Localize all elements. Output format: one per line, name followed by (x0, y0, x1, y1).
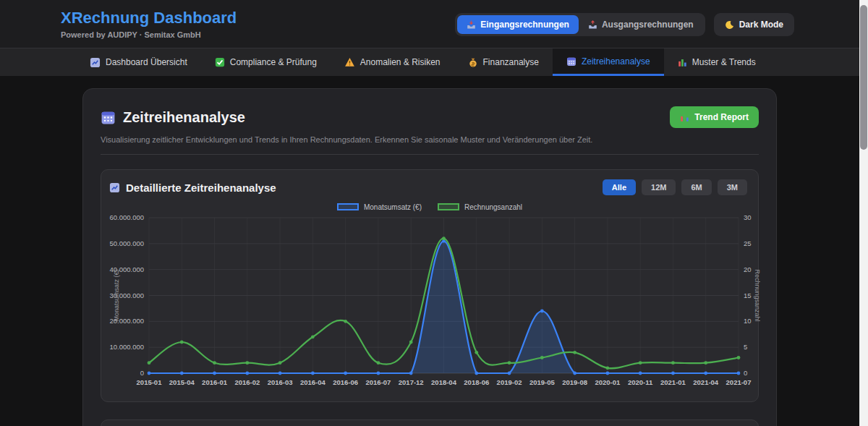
warning-icon (344, 57, 355, 67)
svg-text:60.000.000: 60.000.000 (109, 214, 144, 221)
header-actions: Eingangsrechnungen Ausgangsrechnungen Da… (455, 13, 794, 36)
svg-text:2018-06: 2018-06 (464, 378, 489, 386)
tab-finanzanalyse[interactable]: Finanzanalyse (454, 48, 553, 76)
svg-text:50.000.000: 50.000.000 (109, 239, 144, 247)
divider (101, 154, 759, 155)
app-header: XRechnung Dashboard Powered by AUDIPY · … (0, 0, 859, 48)
svg-text:2019-08: 2019-08 (562, 378, 587, 386)
tab-label: Muster & Trends (692, 57, 756, 67)
svg-text:2018-04: 2018-04 (431, 378, 457, 386)
scrollbar-thumb[interactable] (860, 5, 867, 150)
svg-text:2017-12: 2017-12 (399, 378, 424, 386)
calendar-icon (101, 110, 116, 125)
ausgangsrechnungen-label: Ausgangsrechnungen (602, 20, 694, 30)
trend-report-label: Trend Report (694, 112, 749, 122)
legend-label: Rechnungsanzahl (464, 203, 522, 211)
tab-label: Compliance & Prüfung (230, 57, 317, 67)
svg-text:2016-02: 2016-02 (234, 378, 260, 386)
legend-swatch (337, 203, 359, 210)
svg-text:10: 10 (744, 317, 752, 325)
tab-label: Anomalien & Risiken (360, 57, 441, 67)
app-subtitle: Powered by AUDIPY · Semitax GmbH (61, 30, 201, 39)
svg-text:Monatsumsatz (€): Monatsumsatz (€) (113, 269, 120, 321)
dark-mode-button[interactable]: Dark Mode (714, 13, 794, 36)
chart-svg: 010.000.00020.000.00030.000.00040.000.00… (109, 214, 760, 389)
filter-alle-button[interactable]: Alle (603, 179, 636, 195)
svg-text:2016-04: 2016-04 (300, 378, 326, 386)
svg-text:2020-11: 2020-11 (628, 378, 653, 386)
tab-compliance-pr-fung[interactable]: Compliance & Prüfung (201, 48, 331, 76)
svg-text:2021-04: 2021-04 (693, 378, 719, 386)
tab-anomalien-risiken[interactable]: Anomalien & Risiken (331, 48, 454, 76)
main-content: Zeitreihenanalyse Trend Report Visualisi… (0, 76, 859, 426)
svg-text:2021-07: 2021-07 (726, 378, 752, 386)
svg-text:2019-02: 2019-02 (497, 378, 522, 386)
inbox-in-icon (467, 20, 476, 30)
svg-text:5: 5 (744, 343, 747, 351)
time-range-filters: Alle12M6M3M (603, 179, 747, 195)
svg-text:2020-01: 2020-01 (595, 378, 621, 386)
filter-3m-button[interactable]: 3M (718, 179, 747, 195)
svg-text:15: 15 (744, 291, 752, 299)
eingangsrechnungen-button[interactable]: Eingangsrechnungen (457, 15, 579, 34)
svg-text:2015-01: 2015-01 (137, 378, 163, 386)
chart-up-icon (109, 182, 120, 193)
svg-text:25: 25 (744, 239, 752, 247)
chart-up-icon (90, 57, 101, 68)
svg-text:2016-06: 2016-06 (333, 378, 358, 386)
legend-item-rechnungsanzahl[interactable]: Rechnungsanzahl (438, 203, 522, 211)
svg-text:2019-05: 2019-05 (529, 378, 556, 386)
eingangsrechnungen-label: Eingangsrechnungen (480, 20, 569, 30)
tab-dashboard-bersicht[interactable]: Dashboard Übersicht (76, 48, 201, 76)
check-icon (215, 57, 225, 67)
svg-text:Rechnungsanzahl: Rechnungsanzahl (754, 269, 760, 321)
chart-card-title: Detaillierte Zeitreihenanalyse (126, 182, 276, 194)
trend-report-button[interactable]: Trend Report (670, 106, 759, 128)
chart-legend: Monatsumsatz (€)Rechnungsanzahl (109, 201, 750, 213)
tab-label: Dashboard Übersicht (106, 57, 187, 67)
timeseries-chart: Monatsumsatz (€)Rechnungsanzahl 010.000.… (109, 201, 750, 392)
legend-label: Monatsumsatz (€) (364, 203, 422, 211)
svg-text:2015-04: 2015-04 (169, 378, 195, 386)
app-window: XRechnung Dashboard Powered by AUDIPY · … (0, 0, 859, 426)
chart-plot-area: 010.000.00020.000.00030.000.00040.000.00… (109, 214, 750, 392)
tab-zeitreihenanalyse[interactable]: Zeitreihenanalyse (553, 48, 664, 76)
svg-text:2016-03: 2016-03 (268, 378, 293, 386)
filter-6m-button[interactable]: 6M (681, 179, 711, 195)
moon-icon (725, 20, 734, 30)
page-description: Visualisierung zeitlicher Entwicklungen … (101, 135, 759, 144)
calendar-icon (566, 56, 576, 67)
vertical-scrollbar[interactable] (859, 0, 868, 426)
page-title: Zeitreihenanalyse (123, 109, 245, 126)
svg-text:2016-01: 2016-01 (202, 378, 228, 386)
monthly-development-card: Monatliche Entwicklung (101, 419, 759, 426)
svg-text:30: 30 (744, 214, 752, 221)
filter-12m-button[interactable]: 12M (642, 179, 676, 195)
legend-swatch (438, 203, 459, 210)
detailed-timeseries-card: Detaillierte Zeitreihenanalyse Alle12M6M… (101, 169, 759, 402)
ausgangsrechnungen-button[interactable]: Ausgangsrechnungen (579, 15, 703, 34)
tab-muster-trends[interactable]: Muster & Trends (664, 48, 770, 76)
legend-item-monatsumsatz[interactable]: Monatsumsatz (€) (337, 203, 422, 211)
invoice-direction-toggle: Eingangsrechnungen Ausgangsrechnungen (455, 13, 705, 36)
svg-text:0: 0 (140, 369, 144, 377)
app-title: XRechnung Dashboard (61, 9, 237, 27)
svg-text:2021-01: 2021-01 (660, 378, 686, 386)
inbox-out-icon (588, 20, 597, 30)
tab-label: Finanzanalyse (483, 57, 539, 67)
svg-text:20: 20 (744, 265, 752, 273)
svg-text:0: 0 (744, 369, 747, 377)
bar-chart-icon (680, 113, 689, 122)
money-icon (468, 57, 478, 68)
nav-tabs: Dashboard ÜbersichtCompliance & PrüfungA… (0, 48, 859, 76)
tab-label: Zeitreihenanalyse (582, 56, 650, 67)
zeitreihenanalyse-card: Zeitreihenanalyse Trend Report Visualisi… (82, 88, 777, 426)
dark-mode-label: Dark Mode (739, 20, 783, 30)
svg-text:10.000.000: 10.000.000 (109, 343, 144, 351)
bar-chart-icon (678, 58, 687, 67)
svg-text:2016-07: 2016-07 (366, 378, 391, 386)
